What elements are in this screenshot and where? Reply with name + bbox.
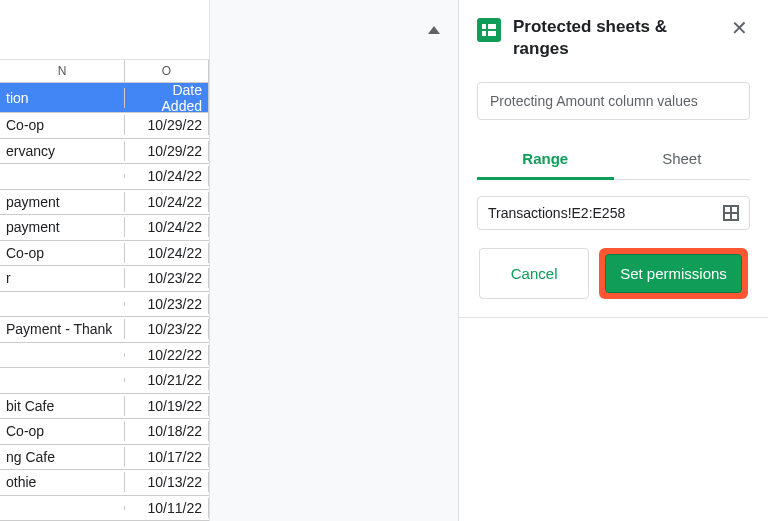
cell[interactable]: 10/19/22 xyxy=(125,396,209,416)
cell[interactable] xyxy=(0,506,125,510)
table-row[interactable]: payment10/24/22 xyxy=(0,215,209,241)
cell[interactable]: Co-op xyxy=(0,421,125,441)
sheets-icon xyxy=(477,18,501,42)
cell[interactable]: 10/24/22 xyxy=(125,166,209,186)
cell[interactable]: 10/11/22 xyxy=(125,498,209,518)
range-input-row xyxy=(477,196,750,230)
cell[interactable]: 10/13/22 xyxy=(125,472,209,492)
table-row[interactable]: 10/24/22 xyxy=(0,164,209,190)
chevron-up-icon xyxy=(428,26,440,34)
range-input[interactable] xyxy=(488,205,723,221)
cell[interactable]: othie xyxy=(0,472,125,492)
protected-ranges-panel: Protected sheets & ranges ✕ Range Sheet … xyxy=(458,0,768,521)
cell[interactable]: 10/29/22 xyxy=(125,115,209,135)
table-row[interactable]: ng Cafe10/17/22 xyxy=(0,445,209,471)
cell[interactable]: 10/23/22 xyxy=(125,268,209,288)
select-range-icon[interactable] xyxy=(723,205,739,221)
header-row: tionDate Added xyxy=(0,83,209,113)
cell[interactable]: 10/23/22 xyxy=(125,294,209,314)
description-input[interactable] xyxy=(477,82,750,120)
cell[interactable]: 10/24/22 xyxy=(125,217,209,237)
table-row[interactable]: bit Cafe10/19/22 xyxy=(0,394,209,420)
tabs: Range Sheet xyxy=(477,140,750,180)
cell[interactable]: 10/24/22 xyxy=(125,243,209,263)
tab-sheet[interactable]: Sheet xyxy=(614,140,751,180)
cell[interactable]: 10/24/22 xyxy=(125,192,209,212)
table-row[interactable]: othie10/13/22 xyxy=(0,470,209,496)
cell[interactable] xyxy=(0,353,125,357)
tab-range[interactable]: Range xyxy=(477,140,614,180)
cell[interactable]: payment xyxy=(0,217,125,237)
highlight-annotation: Set permissions xyxy=(599,248,748,299)
cell[interactable] xyxy=(0,174,125,178)
cell[interactable]: 10/22/22 xyxy=(125,345,209,365)
header-cell: tion xyxy=(0,88,125,108)
cell[interactable]: payment xyxy=(0,192,125,212)
table-row[interactable]: Co-op10/24/22 xyxy=(0,241,209,267)
table-row[interactable]: 10/11/22 xyxy=(0,496,209,522)
cell[interactable]: ervancy xyxy=(0,141,125,161)
cell[interactable]: Co-op xyxy=(0,115,125,135)
gap-area xyxy=(210,0,458,521)
table-row[interactable]: 10/22/22 xyxy=(0,343,209,369)
header-cell: Date Added xyxy=(125,80,209,116)
table-row[interactable]: 10/23/22 xyxy=(0,292,209,318)
cell[interactable]: bit Cafe xyxy=(0,396,125,416)
table-row[interactable]: Payment - Thank10/23/22 xyxy=(0,317,209,343)
cell[interactable]: Co-op xyxy=(0,243,125,263)
panel-title: Protected sheets & ranges xyxy=(513,16,717,60)
table-row[interactable]: 10/21/22 xyxy=(0,368,209,394)
table-row[interactable]: Co-op10/18/22 xyxy=(0,419,209,445)
cell[interactable]: r xyxy=(0,268,125,288)
cell[interactable] xyxy=(0,378,125,382)
collapse-button[interactable] xyxy=(424,20,444,40)
cell[interactable]: 10/23/22 xyxy=(125,319,209,339)
cell[interactable]: ng Cafe xyxy=(0,447,125,467)
cell[interactable]: 10/17/22 xyxy=(125,447,209,467)
cell[interactable]: 10/29/22 xyxy=(125,141,209,161)
cell[interactable]: Payment - Thank xyxy=(0,319,125,339)
col-header-n[interactable]: N xyxy=(0,60,125,82)
cell[interactable] xyxy=(0,302,125,306)
sheet-blank-top xyxy=(0,0,209,60)
cell[interactable]: 10/18/22 xyxy=(125,421,209,441)
cancel-button[interactable]: Cancel xyxy=(479,248,589,299)
table-row[interactable]: Co-op10/29/22 xyxy=(0,113,209,139)
cell[interactable]: 10/21/22 xyxy=(125,370,209,390)
table-row[interactable]: payment10/24/22 xyxy=(0,190,209,216)
set-permissions-button[interactable]: Set permissions xyxy=(605,254,742,293)
close-icon[interactable]: ✕ xyxy=(729,16,750,40)
spreadsheet-fragment: N O tionDate AddedCo-op10/29/22ervancy10… xyxy=(0,0,210,521)
table-row[interactable]: ervancy10/29/22 xyxy=(0,139,209,165)
table-row[interactable]: r10/23/22 xyxy=(0,266,209,292)
